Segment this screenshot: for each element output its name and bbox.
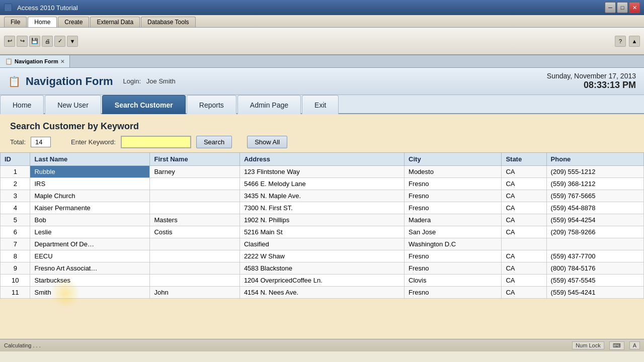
nav-form-tabbar: 📋 Navigation Form ✕ <box>0 55 644 68</box>
cell-city: Madera <box>405 214 502 226</box>
nav-btn-search-customer[interactable]: Search Customer <box>102 95 186 114</box>
main-content: Search Customer by Keyword Total: 14 Ent… <box>0 114 644 339</box>
nav-form-tab-label: Navigation Form <box>15 58 58 64</box>
cell-city: Modesto <box>405 166 502 178</box>
undo-icon[interactable]: ↩ <box>4 36 15 47</box>
nav-btn-admin-page[interactable]: Admin Page <box>237 95 301 114</box>
cell-address: 4583 Blackstone <box>239 262 404 275</box>
status-calculating: Calculating . . . <box>4 342 41 348</box>
nav-form-title: 📋 Navigation Form <box>8 75 113 88</box>
col-header-state: State <box>502 153 546 166</box>
cell-state: CA <box>502 178 546 190</box>
col-header-first-name: First Name <box>150 153 239 166</box>
table-row: 1RubbleBarney123 Flintstone WayModestoCA… <box>1 166 644 178</box>
cell-city: Fresno <box>405 250 502 262</box>
cell-first-name <box>150 202 239 214</box>
num-lock-indicator: Num Lock <box>572 341 604 349</box>
nav-btn-new-user[interactable]: New User <box>45 95 101 114</box>
col-header-last-name: Last Name <box>30 153 150 166</box>
col-header-address: Address <box>239 153 404 166</box>
keyword-input[interactable] <box>121 136 191 148</box>
cell-state: CA <box>502 275 546 287</box>
cell-state: CA <box>502 287 546 299</box>
tab-create[interactable]: Create <box>58 17 89 27</box>
caps-lock-indicator: A <box>629 341 640 349</box>
cell-state: CA <box>502 226 546 238</box>
help-icon[interactable]: ? <box>615 36 626 47</box>
cell-city: Fresno <box>405 178 502 190</box>
maximize-button[interactable]: □ <box>617 2 628 13</box>
cell-city: Fresno <box>405 262 502 275</box>
customize-icon[interactable]: ▼ <box>67 36 78 47</box>
cell-first-name: John <box>150 287 239 299</box>
search-button[interactable]: Search <box>196 136 232 148</box>
cell-city: Fresno <box>405 190 502 202</box>
cell-address: 4154 N. Nees Ave. <box>239 287 404 299</box>
table-row: 8EECU2222 W ShawFresnoCA(559) 437-7700 <box>1 250 644 262</box>
cell-address: 3435 N. Maple Ave. <box>239 190 404 202</box>
nav-form-tab[interactable]: 📋 Navigation Form ✕ <box>0 55 70 67</box>
data-table-wrapper: ID Last Name First Name Address City Sta… <box>0 152 644 339</box>
cell-last-name[interactable]: EECU <box>30 250 150 262</box>
nav-btn-exit[interactable]: Exit <box>302 95 339 114</box>
nav-btn-reports[interactable]: Reports <box>187 95 236 114</box>
customer-table: ID Last Name First Name Address City Sta… <box>0 152 644 299</box>
cell-id: 4 <box>1 202 30 214</box>
spellcheck-icon[interactable]: ✓ <box>54 36 65 47</box>
cell-state: CA <box>502 214 546 226</box>
close-button[interactable]: ✕ <box>629 2 640 13</box>
table-row: 4Kaiser Permanente7300 N. First ST.Fresn… <box>1 202 644 214</box>
cell-first-name: Barney <box>150 166 239 178</box>
table-header-row: ID Last Name First Name Address City Sta… <box>1 153 644 166</box>
status-right: Num Lock ⌨ A <box>572 341 640 350</box>
cell-last-name[interactable]: Department Of De… <box>30 238 150 250</box>
print-icon[interactable]: 🖨 <box>42 36 53 47</box>
cell-phone: (559) 457-5545 <box>546 275 643 287</box>
cell-address: 5216 Main St <box>239 226 404 238</box>
nav-form-header: 📋 Navigation Form Login: Joe Smith Sunda… <box>0 68 644 95</box>
nav-btn-home[interactable]: Home <box>0 95 44 114</box>
cell-id: 3 <box>1 190 30 202</box>
keyword-label: Enter Keyword: <box>71 138 116 146</box>
cell-phone: (559) 437-7700 <box>546 250 643 262</box>
cell-address: 123 Flintstone Way <box>239 166 404 178</box>
cell-state: CA <box>502 166 546 178</box>
cell-city: Clovis <box>405 275 502 287</box>
cell-id: 6 <box>1 226 30 238</box>
cell-last-name[interactable]: Fresno Art Associat… <box>30 262 150 275</box>
nav-form-tab-close[interactable]: ✕ <box>60 59 64 64</box>
save-icon[interactable]: 💾 <box>29 36 40 47</box>
cell-first-name <box>150 262 239 275</box>
cell-last-name[interactable]: Kaiser Permanente <box>30 202 150 214</box>
cell-first-name <box>150 250 239 262</box>
cell-phone: (559) 454-8878 <box>546 202 643 214</box>
cell-id: 2 <box>1 178 30 190</box>
cell-last-name[interactable]: Starbuckses <box>30 275 150 287</box>
cell-first-name: Masters <box>150 214 239 226</box>
table-row: 5BobMasters1902 N. PhillipsMaderaCA(559)… <box>1 214 644 226</box>
cell-last-name[interactable]: Smith <box>30 287 150 299</box>
title-bar: Access 2010 Tutorial ─ □ ✕ <box>0 0 644 15</box>
tab-file[interactable]: File <box>4 17 27 27</box>
status-left: Calculating . . . <box>4 342 41 348</box>
cell-state: CA <box>502 262 546 275</box>
redo-icon[interactable]: ↪ <box>17 36 28 47</box>
minimize-button[interactable]: ─ <box>605 2 616 13</box>
cell-last-name[interactable]: Bob <box>30 214 150 226</box>
cell-phone: (800) 784-5176 <box>546 262 643 275</box>
tab-external-data[interactable]: External Data <box>90 17 140 27</box>
cell-city: Fresno <box>405 287 502 299</box>
tab-home[interactable]: Home <box>28 17 57 27</box>
cell-last-name[interactable]: Leslie <box>30 226 150 238</box>
cell-last-name[interactable]: IRS <box>30 178 150 190</box>
cell-last-name[interactable]: Maple Church <box>30 190 150 202</box>
cell-first-name <box>150 238 239 250</box>
window-title: Access 2010 Tutorial <box>17 4 78 12</box>
cell-last-name[interactable]: Rubble <box>30 166 150 178</box>
cell-address: 5466 E. Melody Lane <box>239 178 404 190</box>
cell-id: 9 <box>1 262 30 275</box>
login-user: Joe Smith <box>146 77 176 85</box>
tab-database-tools[interactable]: Database Tools <box>141 17 196 27</box>
expand-icon[interactable]: ▲ <box>629 36 640 47</box>
show-all-button[interactable]: Show All <box>247 136 287 148</box>
